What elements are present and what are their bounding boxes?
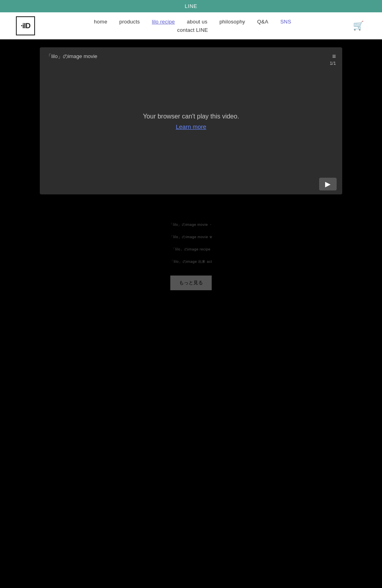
info-line-1: 「lilo」のimage movie ・ (169, 222, 213, 227)
video-controls-top: ≡ 1/1 (330, 53, 336, 66)
video-body: Your browser can't play this video. Lear… (40, 69, 342, 174)
nav-link-products[interactable]: products (119, 19, 140, 25)
nav-link-sns[interactable]: SNS (280, 19, 291, 25)
info-line-2: 「lilo」のimage movie ※ (170, 235, 213, 240)
video-learn-more-link[interactable]: Learn more (176, 123, 207, 130)
info-line-3: 「lilo」のimage recipe (172, 247, 210, 252)
info-section: 「lilo」のimage movie ・ 「lilo」のimage movie … (0, 202, 382, 302)
video-container: 「lilo」のimage movie ≡ 1/1 Your browser ca… (40, 47, 342, 194)
video-menu-icon[interactable]: ≡ (332, 53, 336, 60)
video-footer: ▶ (40, 174, 342, 194)
video-title: 「lilo」のimage movie (46, 53, 97, 60)
video-count: 1/1 (330, 61, 336, 66)
logo[interactable]: ·ilD (16, 16, 35, 35)
youtube-button[interactable]: ▶ (319, 178, 337, 190)
banner-text: LINE (185, 3, 197, 9)
header: ·ilD home products lilo recipe about us … (0, 12, 382, 39)
nav-area: home products lilo recipe about us philo… (35, 19, 350, 33)
play-icon: ▶ (325, 180, 331, 188)
cart-area[interactable]: 🛒 (350, 21, 366, 31)
nav-bottom: contact LINE (177, 26, 208, 33)
nav-link-philosophy[interactable]: philosophy (219, 19, 245, 25)
nav-top: home products lilo recipe about us philo… (94, 19, 291, 25)
top-banner: LINE (0, 0, 382, 12)
video-cant-play-text: Your browser can't play this video. (143, 113, 239, 120)
video-section: 「lilo」のimage movie ≡ 1/1 Your browser ca… (0, 39, 382, 202)
logo-area: ·ilD (16, 16, 35, 35)
info-line-4: 「lilo」のimage 出来 act (170, 259, 212, 264)
video-header: 「lilo」のimage movie ≡ 1/1 (40, 47, 342, 69)
more-button[interactable]: もっと見る (170, 276, 212, 290)
nav-link-home[interactable]: home (94, 19, 107, 25)
nav-link-about-us[interactable]: about us (187, 19, 207, 25)
cart-icon: 🛒 (353, 21, 364, 31)
nav-link-qa[interactable]: Q&A (257, 19, 268, 25)
page-bottom (0, 302, 382, 541)
nav-link-lilo-recipe[interactable]: lilo recipe (152, 19, 175, 25)
nav-link-contact-line[interactable]: contact LINE (177, 27, 208, 33)
